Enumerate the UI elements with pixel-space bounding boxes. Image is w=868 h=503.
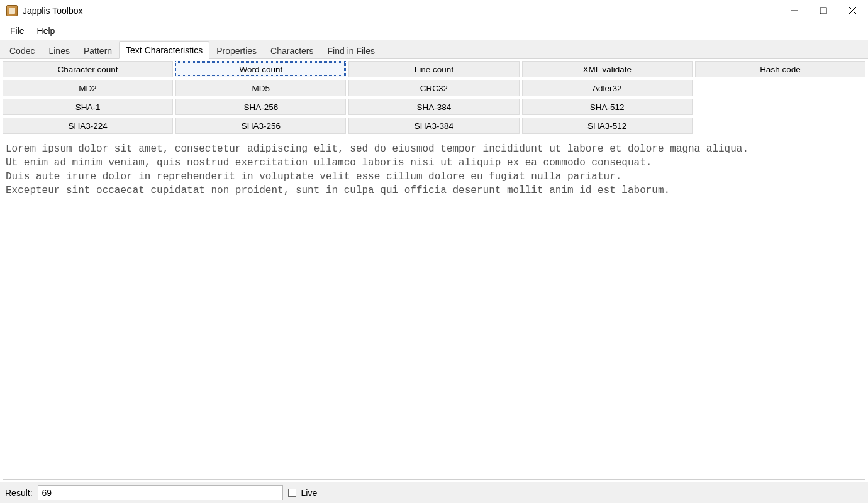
action-hash-code[interactable]: Hash code	[695, 61, 865, 77]
tab-find-in-files[interactable]: Find in Files	[321, 42, 382, 59]
action-sha3-384[interactable]: SHA3-384	[348, 118, 519, 134]
action-sha3-256[interactable]: SHA3-256	[175, 118, 346, 134]
action-character-count[interactable]: Character count	[3, 61, 173, 77]
main-text-input[interactable]	[3, 138, 865, 479]
menubar: File Help	[0, 21, 868, 40]
statusbar: Result: Live	[0, 482, 868, 503]
titlebar: Japplis Toolbox	[0, 0, 868, 21]
result-output[interactable]	[38, 485, 283, 500]
action-adler32[interactable]: Adler32	[522, 80, 693, 96]
close-button[interactable]	[838, 0, 867, 21]
maximize-icon	[820, 7, 827, 14]
action-md2[interactable]: MD2	[3, 80, 173, 96]
maximize-button[interactable]	[809, 0, 838, 21]
action-line-count[interactable]: Line count	[348, 61, 519, 77]
action-word-count[interactable]: Word count	[175, 61, 346, 77]
action-sha1[interactable]: SHA-1	[3, 99, 173, 115]
tab-text-characteristics[interactable]: Text Characteristics	[119, 41, 209, 59]
action-sha384[interactable]: SHA-384	[348, 99, 519, 115]
action-sha3-224[interactable]: SHA3-224	[3, 118, 173, 134]
minimize-icon	[791, 7, 798, 14]
action-sha256[interactable]: SHA-256	[175, 99, 346, 115]
text-area-container	[3, 138, 865, 480]
live-label: Live	[301, 488, 318, 498]
menu-help[interactable]: Help	[31, 23, 62, 38]
tab-codec[interactable]: Codec	[3, 42, 42, 59]
svg-rect-1	[820, 8, 826, 14]
action-sha512[interactable]: SHA-512	[522, 99, 693, 115]
tab-pattern[interactable]: Pattern	[77, 42, 119, 59]
tab-characters[interactable]: Characters	[264, 42, 320, 59]
live-checkbox[interactable]	[288, 489, 296, 497]
action-sha3-512[interactable]: SHA3-512	[522, 118, 693, 134]
tabbar: Codec Lines Pattern Text Characteristics…	[0, 40, 868, 59]
menu-file[interactable]: File	[4, 23, 31, 38]
close-icon	[849, 6, 857, 14]
app-icon	[6, 5, 18, 16]
window-title: Japplis Toolbox	[23, 6, 82, 16]
minimize-button[interactable]	[780, 0, 809, 21]
tab-properties[interactable]: Properties	[209, 42, 264, 59]
action-xml-validate[interactable]: XML validate	[522, 61, 693, 77]
action-grid: Character count Word count Line count XM…	[0, 59, 868, 136]
result-label: Result:	[5, 488, 33, 498]
action-crc32[interactable]: CRC32	[348, 80, 519, 96]
action-md5[interactable]: MD5	[175, 80, 346, 96]
tab-lines[interactable]: Lines	[42, 42, 76, 59]
